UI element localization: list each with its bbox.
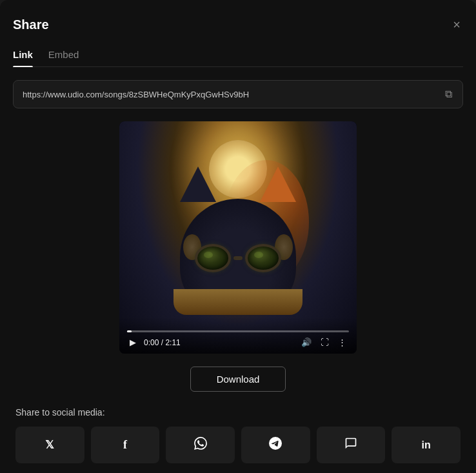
video-player: ▶ 0:00 / 2:11 🔊 ⛶ ⋮ xyxy=(119,121,357,354)
telegram-icon xyxy=(269,437,282,453)
volume-button[interactable]: 🔊 xyxy=(299,336,314,348)
ear-right xyxy=(260,166,296,202)
goggle-left xyxy=(195,244,231,272)
controls-row: ▶ 0:00 / 2:11 🔊 ⛶ ⋮ xyxy=(127,336,349,348)
modal-header: Share × xyxy=(13,15,463,34)
time-current: 0:00 xyxy=(144,338,159,347)
goggle-right xyxy=(245,244,281,272)
fullscreen-button[interactable]: ⛶ xyxy=(318,336,332,348)
share-facebook-button[interactable]: f xyxy=(91,427,160,463)
goggle-bridge xyxy=(233,256,243,260)
close-button[interactable]: × xyxy=(450,15,463,34)
share-x-button[interactable]: 𝕏 xyxy=(15,427,84,463)
share-modal: Share × Link Embed https://www.udio.com/… xyxy=(0,0,476,473)
whatsapp-icon xyxy=(194,437,207,453)
tab-embed[interactable]: Embed xyxy=(48,49,79,66)
share-whatsapp-button[interactable] xyxy=(166,427,235,463)
ear-left xyxy=(180,166,216,202)
progress-bar[interactable] xyxy=(127,330,349,332)
controls-right: 🔊 ⛶ ⋮ xyxy=(299,336,349,348)
url-bar: https://www.udio.com/songs/8zSBWHeQmKyPx… xyxy=(13,80,463,108)
goggles xyxy=(195,244,281,272)
social-section: Share to social media: 𝕏 f xyxy=(13,407,463,463)
modal-title: Share xyxy=(13,17,49,32)
url-text: https://www.udio.com/songs/8zSBWHeQmKyPx… xyxy=(23,90,437,99)
social-label: Share to social media: xyxy=(15,407,461,418)
time-total: 2:11 xyxy=(165,338,180,347)
share-telegram-button[interactable] xyxy=(241,427,310,463)
scarf xyxy=(174,289,302,315)
facebook-icon: f xyxy=(123,438,127,452)
tab-link[interactable]: Link xyxy=(13,49,33,66)
tab-bar: Link Embed xyxy=(13,49,463,67)
message-icon xyxy=(344,437,357,453)
linkedin-icon: in xyxy=(422,439,431,451)
share-message-button[interactable] xyxy=(317,427,386,463)
progress-fill xyxy=(127,330,132,332)
download-section: Download xyxy=(13,367,463,392)
download-button[interactable]: Download xyxy=(190,367,286,392)
video-controls: ▶ 0:00 / 2:11 🔊 ⛶ ⋮ xyxy=(119,317,357,354)
cat-head xyxy=(180,199,296,315)
play-button[interactable]: ▶ xyxy=(127,336,139,348)
x-icon: 𝕏 xyxy=(45,438,54,452)
more-button[interactable]: ⋮ xyxy=(335,336,349,348)
share-linkedin-button[interactable]: in xyxy=(392,427,461,463)
copy-url-button[interactable]: ⧉ xyxy=(444,87,453,101)
social-buttons: 𝕏 f xyxy=(15,427,461,463)
time-display: 0:00 / 2:11 xyxy=(144,338,293,347)
cat-face xyxy=(167,160,309,315)
